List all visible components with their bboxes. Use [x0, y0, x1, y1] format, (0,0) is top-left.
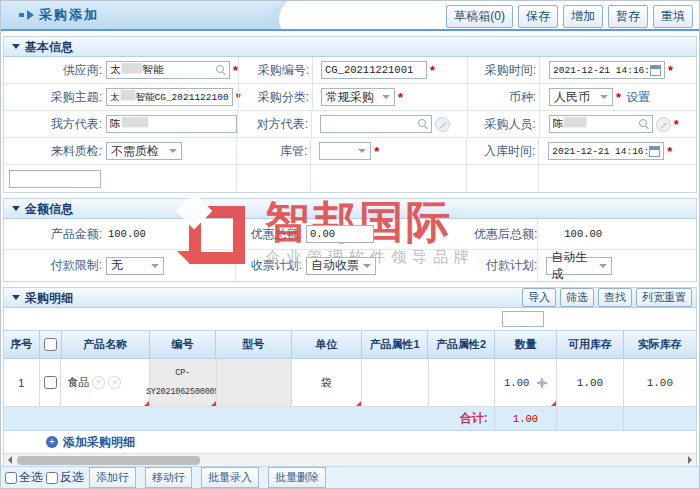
product-name-cell[interactable]: 食品 + ×: [60, 359, 148, 406]
detail-table-header: 序号 产品名称 编号 型号 单位 产品属性1 产品属性2 数量 可用库存 实际库…: [4, 331, 696, 359]
category-select[interactable]: 常规采购: [321, 88, 395, 106]
purchase-detail-section: 采购明细 导入 筛选 查找 列宽重置 序号 产品名称 编号 型号: [3, 287, 697, 466]
currency-label: 币种:: [509, 89, 536, 106]
unit-cell[interactable]: 袋: [291, 359, 361, 406]
row-checkbox[interactable]: [44, 376, 57, 389]
chevron-down-icon: [363, 264, 371, 268]
add-detail-row: + 添加采购明细: [4, 431, 696, 453]
purchase-detail-header[interactable]: 采购明细 导入 筛选 查找 列宽重置: [4, 288, 696, 308]
storage-time-input[interactable]: [552, 144, 649, 158]
draftbox-button[interactable]: 草稿箱(0): [446, 5, 513, 28]
form-row: 产品金额: 100.00 优惠总额: 优惠后总额: 100.00: [4, 219, 696, 250]
batch-action-toolbar: 全选 反选 添加行 移动行 批量录入 批量删除: [1, 466, 699, 488]
subject-input[interactable]: 太智能CG_2021122100: [106, 88, 233, 106]
product-amount-value: 100.00: [108, 228, 146, 240]
actual-stock-cell: 1.00: [623, 359, 696, 406]
counter-rep-input[interactable]: [320, 115, 432, 133]
qty-cell[interactable]: 1.00: [494, 359, 556, 406]
search-icon[interactable]: [639, 119, 649, 129]
discount-label: 优惠总额:: [236, 226, 302, 243]
basic-info-title: 基本信息: [25, 37, 73, 57]
add-row-button[interactable]: 添加行: [89, 467, 136, 488]
select-all-checkbox[interactable]: [5, 472, 17, 484]
quality-select[interactable]: 不需质检: [106, 142, 182, 160]
column-header-code: 编号: [149, 331, 215, 358]
amount-info-header[interactable]: 金额信息: [4, 199, 696, 219]
batch-delete-button[interactable]: 批量删除: [268, 467, 326, 488]
discount-input[interactable]: [310, 227, 370, 241]
temp-save-button[interactable]: 暂存: [608, 5, 648, 28]
detail-table: 序号 产品名称 编号 型号 单位 产品属性1 产品属性2 数量 可用库存 实际库…: [4, 330, 696, 466]
invoice-plan-select[interactable]: 自动收票: [306, 257, 376, 275]
redacted-text: [122, 117, 148, 127]
available-stock-cell: 1.00: [556, 359, 622, 406]
plus-circle-icon[interactable]: +: [92, 376, 105, 389]
column-header-attr2: 产品属性2: [427, 331, 493, 358]
basic-info-section: 基本信息 供应商: 太智能 * 采购编号: *: [3, 36, 697, 193]
amount-info-section: 金额信息 产品金额: 100.00 优惠总额: 优惠后总额: 100.00: [3, 198, 697, 282]
select-all-option[interactable]: 全选: [5, 469, 43, 486]
purchaser-label: 采购人员:: [484, 116, 535, 133]
gear-icon[interactable]: [537, 378, 547, 388]
redacted-text: [564, 117, 586, 127]
supplier-input[interactable]: 太智能: [106, 61, 230, 79]
quality-label: 来料质检:: [4, 143, 102, 160]
product-code-cell[interactable]: CP-SY2021062500005: [149, 359, 216, 406]
save-button[interactable]: 保存: [518, 5, 558, 28]
select-all-rows-checkbox[interactable]: [44, 338, 57, 351]
refill-button[interactable]: 重填: [653, 5, 693, 28]
scroll-left-icon[interactable]: [4, 454, 16, 466]
add-purchase-detail-link[interactable]: 添加采购明细: [63, 434, 135, 451]
attr1-cell: [361, 359, 427, 406]
extra-input[interactable]: [13, 172, 97, 186]
total-value: 1.00: [494, 407, 556, 430]
close-circle-icon[interactable]: ×: [108, 376, 121, 389]
row-no-cell: 1: [4, 359, 39, 406]
calendar-icon[interactable]: [650, 65, 661, 76]
currency-settings-link[interactable]: 设置: [626, 89, 650, 106]
calendar-icon[interactable]: [649, 146, 660, 157]
payment-limit-select[interactable]: 无: [106, 257, 164, 275]
move-row-button[interactable]: 移动行: [145, 467, 192, 488]
scrollbar-thumb[interactable]: [17, 456, 200, 465]
purchase-no-label: 采购编号:: [258, 62, 309, 79]
our-rep-input[interactable]: 陈: [106, 115, 237, 133]
total-row: 合计: 1.00: [4, 407, 696, 431]
invert-selection-option[interactable]: 反选: [46, 469, 84, 486]
invert-selection-checkbox[interactable]: [46, 472, 58, 484]
column-header-qty: 数量: [494, 331, 556, 358]
search-icon[interactable]: [418, 119, 428, 129]
filter-button[interactable]: 筛选: [560, 288, 594, 307]
purchaser-input[interactable]: 陈: [549, 115, 653, 133]
warehouse-select[interactable]: [319, 142, 371, 160]
basic-info-header[interactable]: 基本信息: [4, 37, 696, 57]
find-button[interactable]: 查找: [598, 288, 632, 307]
payment-plan-select[interactable]: 自动生成: [546, 257, 612, 275]
add-button[interactable]: 增加: [563, 5, 603, 28]
import-button[interactable]: 导入: [522, 288, 556, 307]
associate-icon[interactable]: [435, 117, 450, 132]
form-row: 付款限制: 无 收票计划: 自动收票 付款计划: 自动生成: [4, 250, 696, 281]
scroll-right-icon[interactable]: [684, 454, 696, 466]
payment-plan-label: 付款计划:: [486, 257, 537, 274]
purchase-time-input[interactable]: [553, 63, 650, 77]
add-circle-icon[interactable]: +: [46, 436, 58, 448]
after-discount-value: 100.00: [564, 228, 602, 240]
chevron-down-icon: [382, 95, 390, 99]
subject-label: 采购主题:: [4, 89, 102, 106]
form-row: 采购主题: 太智能CG_2021122100 * 采购分类: 常规采购 * 币种…: [4, 84, 696, 111]
required-asterisk: *: [667, 144, 672, 159]
horizontal-scrollbar[interactable]: [4, 453, 696, 466]
search-icon[interactable]: [216, 65, 226, 75]
associate-icon[interactable]: [656, 117, 671, 132]
detail-find-input[interactable]: [502, 311, 544, 327]
after-discount-label: 优惠后总额:: [474, 226, 537, 243]
chevron-down-icon: [169, 149, 177, 153]
purchase-no-input[interactable]: [325, 63, 423, 77]
purchase-no-input-box: [321, 61, 427, 79]
invoice-plan-label: 收票计划:: [236, 257, 302, 274]
batch-entry-button[interactable]: 批量录入: [201, 467, 259, 488]
column-header-available: 可用库存: [556, 331, 622, 358]
reset-column-width-button[interactable]: 列宽重置: [636, 288, 692, 307]
currency-select[interactable]: 人民币: [549, 88, 613, 106]
